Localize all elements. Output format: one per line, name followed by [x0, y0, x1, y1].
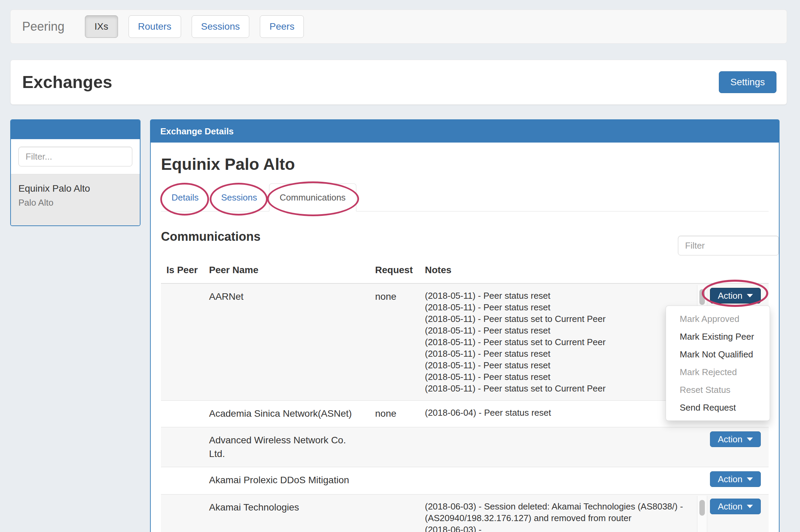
note-line: (2018-05-11) - Peer status reset [425, 301, 694, 313]
action-button[interactable]: Action [710, 471, 761, 487]
cell-peer-name: Advanced Wireless Network Co. Ltd. [204, 427, 370, 467]
nav-button-peers[interactable]: Peers [260, 15, 304, 38]
cell-is-peer [161, 401, 204, 427]
cell-is-peer [161, 494, 204, 532]
cell-peer-name: Akamai Technologies [204, 494, 370, 532]
caret-down-icon [747, 438, 753, 441]
table-row: AARNetnone(2018-05-11) - Peer status res… [161, 284, 769, 400]
cell-notes: (2018-06-04) - Peer status reset [419, 401, 694, 427]
exchange-title: Equinix Palo Alto [161, 155, 769, 174]
nav-button-routers[interactable]: Routers [129, 15, 181, 38]
table-row: Akamai Technologies(2018-06-03) - Sessio… [161, 494, 769, 532]
note-line: (2018-06-04) - Peer status reset [425, 407, 694, 418]
exchange-list-panel-header [11, 120, 140, 139]
cell-action: Action [710, 494, 769, 532]
cell-peer-name: Academia Sinica Network(ASNet) [204, 401, 370, 427]
table-row: Akamai Prolexic DDoS MitigationAction [161, 467, 769, 494]
note-line: (2018-06-03) - [425, 524, 694, 532]
exchange-details-panel: Exchange Details Equinix Palo Alto Detai… [150, 119, 780, 532]
cell-request: none [370, 284, 419, 400]
exchange-filter-input[interactable] [18, 147, 132, 166]
notes-scrollbar-track[interactable] [697, 496, 707, 532]
cell-scrollbar [694, 427, 710, 467]
dropdown-item-mark-rejected[interactable]: Mark Rejected [666, 363, 770, 381]
cell-action: Action [710, 427, 769, 467]
cell-request [370, 467, 419, 494]
panel-header: Exchange Details [151, 120, 779, 143]
exchange-list-panel: Equinix Palo Alto Palo Alto [10, 119, 140, 226]
cell-notes: (2018-06-03) - Session deleted: Akamai T… [419, 494, 694, 532]
caret-down-icon [747, 477, 753, 481]
tab-bar: DetailsSessionsCommunications [161, 183, 769, 211]
panel-header-title: Exchange Details [160, 126, 234, 137]
cell-scrollbar [694, 467, 710, 494]
note-line: (2018-05-11) - Peer status set to Curren… [425, 383, 694, 394]
notes-scrollbar-thumb[interactable] [699, 289, 705, 305]
page-header-panel: Exchanges Settings [10, 60, 787, 105]
cell-peer-name: AARNet [204, 284, 370, 400]
action-button[interactable]: Action [710, 288, 761, 304]
cell-request [370, 427, 419, 467]
action-button-label: Action [718, 434, 742, 445]
notes-scrollbar-thumb[interactable] [699, 500, 705, 516]
cell-action: ActionMark ApprovedMark Existing PeerMar… [710, 284, 769, 400]
note-line: (2018-05-11) - Peer status reset [425, 325, 694, 336]
cell-scrollbar [694, 494, 710, 532]
tab-details[interactable]: Details [161, 183, 209, 211]
nav-button-group: IXsRoutersSessionsPeers [85, 15, 304, 38]
tab-communications[interactable]: Communications [269, 183, 356, 211]
column-header-peer-name: Peer Name [204, 257, 370, 283]
brand-peering: Peering [22, 19, 64, 34]
note-line: (2018-05-11) - Peer status reset [425, 359, 694, 371]
tab-sessions[interactable]: Sessions [210, 183, 268, 211]
note-line: (2018-05-11) - Peer status set to Curren… [425, 336, 694, 348]
communications-table: Is Peer Peer Name Request Notes AARNetno… [161, 257, 769, 532]
table-body: AARNetnone(2018-05-11) - Peer status res… [161, 284, 769, 532]
action-button[interactable]: Action [710, 499, 761, 514]
table-header-row: Is Peer Peer Name Request Notes [161, 257, 769, 284]
action-button-label: Action [718, 474, 742, 485]
page-title: Exchanges [22, 72, 719, 92]
action-button[interactable]: Action [710, 431, 761, 447]
dropdown-item-mark-existing-peer[interactable]: Mark Existing Peer [666, 328, 770, 345]
note-line: (2018-05-11) - Peer status set to Curren… [425, 313, 694, 325]
nav-button-sessions[interactable]: Sessions [192, 15, 250, 38]
dropdown-item-mark-not-qualified[interactable]: Mark Not Qualified [666, 345, 770, 363]
exchange-name: Equinix Palo Alto [18, 183, 132, 194]
column-header-action-spacer [710, 257, 769, 283]
cell-is-peer [161, 427, 204, 467]
settings-button[interactable]: Settings [719, 71, 776, 93]
column-header-request: Request [370, 257, 419, 283]
cell-peer-name: Akamai Prolexic DDoS Mitigation [204, 467, 370, 494]
dropdown-item-mark-approved[interactable]: Mark Approved [666, 310, 770, 328]
note-line: (2018-05-11) - Peer status reset [425, 290, 694, 301]
cell-is-peer [161, 467, 204, 494]
caret-down-icon [747, 505, 753, 508]
action-button-label: Action [718, 291, 742, 301]
communications-heading: Communications [161, 229, 769, 244]
exchange-location: Palo Alto [18, 197, 132, 208]
cell-is-peer [161, 284, 204, 400]
note-line: (AS20940/198.32.176.127) and removed fro… [425, 512, 694, 524]
action-dropdown-menu: Mark ApprovedMark Existing PeerMark Not … [666, 306, 770, 421]
column-header-is-peer: Is Peer [161, 257, 204, 283]
column-header-scroll-spacer [694, 257, 710, 283]
cell-notes: (2018-05-11) - Peer status reset(2018-05… [419, 284, 694, 400]
tab-label[interactable]: Communications [269, 183, 356, 211]
cell-request: none [370, 401, 419, 427]
cell-notes [419, 427, 694, 467]
dropdown-item-reset-status[interactable]: Reset Status [666, 381, 770, 399]
caret-down-icon [747, 294, 753, 297]
tab-label[interactable]: Details [161, 183, 209, 211]
exchange-list-item[interactable]: Equinix Palo Alto Palo Alto [11, 174, 140, 225]
tab-label[interactable]: Sessions [210, 183, 268, 211]
column-header-notes: Notes [419, 257, 694, 283]
table-filter-input[interactable] [678, 236, 779, 255]
cell-notes [419, 467, 694, 494]
note-line: (2018-05-11) - Peer status reset [425, 371, 694, 383]
cell-request [370, 494, 419, 532]
cell-action: Action [710, 467, 769, 494]
nav-button-ixs[interactable]: IXs [85, 15, 118, 38]
dropdown-item-send-request[interactable]: Send Request [666, 399, 770, 416]
top-navbar: Peering IXsRoutersSessionsPeers [10, 10, 787, 44]
